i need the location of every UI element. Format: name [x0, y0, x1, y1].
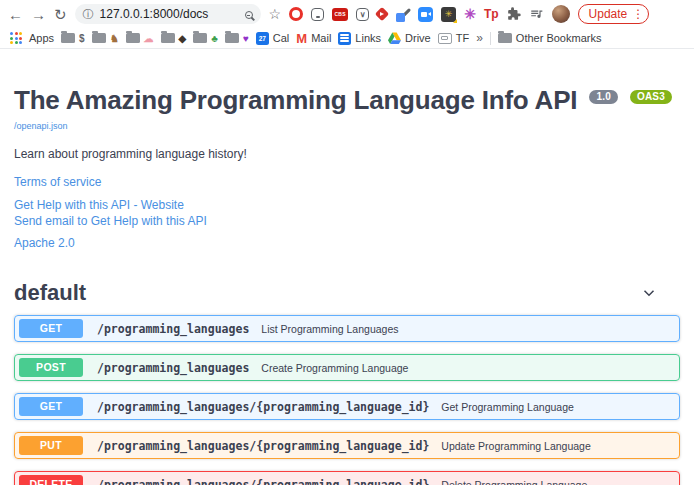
address-bar[interactable]: ⓘ 127.0.0.1:8000/docs: [75, 4, 261, 24]
contact-website-link[interactable]: Get Help with this API - Website: [14, 198, 680, 212]
bookmark-cal-label: Cal: [273, 32, 290, 44]
bookmark-folder-purple-heart[interactable]: ♥: [225, 33, 249, 44]
endpoint-summary: List Programming Languages: [261, 323, 398, 335]
endpoint-summary: Delete Programming Language: [441, 479, 587, 485]
color-picker-extension-icon[interactable]: [395, 7, 410, 22]
pinwheel-extension-icon[interactable]: ✳: [441, 7, 456, 22]
back-icon[interactable]: ←: [8, 7, 23, 22]
url-text[interactable]: 127.0.0.1:8000/docs: [100, 7, 239, 21]
profile-avatar[interactable]: [552, 5, 570, 23]
folder-icon: [126, 33, 140, 43]
section-default-header[interactable]: default: [14, 280, 680, 306]
endpoint-row[interactable]: GET /programming_languages List Programm…: [14, 315, 680, 342]
reload-icon[interactable]: ↻: [54, 7, 67, 22]
license-link[interactable]: Apache 2.0: [14, 236, 680, 250]
bookmark-links-label: Links: [355, 32, 381, 44]
endpoint-list: GET /programming_languages List Programm…: [14, 315, 680, 485]
endpoint-summary: Get Programming Language: [441, 401, 574, 413]
bookmark-drive[interactable]: Drive: [388, 32, 431, 44]
method-badge: GET: [19, 319, 83, 338]
bookmark-mail-label: Mail: [311, 32, 331, 44]
bookmark-star-icon[interactable]: ☆: [269, 7, 282, 21]
api-description: Learn about programming language history…: [14, 147, 680, 161]
chevron-down-icon[interactable]: [640, 284, 658, 302]
diagrams-extension-icon[interactable]: [375, 7, 389, 21]
endpoint-row[interactable]: PUT /programming_languages/{programming_…: [14, 432, 680, 459]
endpoint-row[interactable]: POST /programming_languages Create Progr…: [14, 354, 680, 381]
bookmark-folder-leaf[interactable]: ♣: [193, 33, 218, 44]
swagger-docs-page: The Amazing Programming Language Info AP…: [0, 49, 694, 485]
folder-icon: [161, 33, 175, 43]
apps-grid-icon[interactable]: [10, 32, 22, 44]
folder-emoji: ◆: [179, 33, 187, 44]
folder-emoji: ☁: [144, 33, 154, 44]
endpoint-row[interactable]: DELETE /programming_languages/{programmi…: [14, 471, 680, 485]
folder-emoji: $: [79, 33, 85, 44]
bookmark-drive-label: Drive: [405, 32, 431, 44]
puzzle-extension-icon[interactable]: [507, 7, 521, 21]
browser-window: ← → ↻ ⓘ 127.0.0.1:8000/docs ☆ CBS ∨ ✳ ✳ …: [0, 0, 694, 485]
folder-icon: [225, 33, 239, 43]
links-icon: [338, 32, 351, 45]
bookmark-folder-dollar[interactable]: $: [61, 33, 85, 44]
folder-icon: [498, 33, 512, 43]
section-title: default: [14, 280, 86, 306]
bookmark-folder-brain[interactable]: ☁: [126, 33, 154, 44]
update-button[interactable]: Update ⋮: [578, 4, 650, 24]
method-badge: DELETE: [19, 475, 83, 485]
method-badge: PUT: [19, 436, 83, 455]
api-title-text: The Amazing Programming Language Info AP…: [14, 85, 577, 115]
folder-icon: [61, 33, 75, 43]
browser-toolbar: ← → ↻ ⓘ 127.0.0.1:8000/docs ☆ CBS ∨ ✳ ✳ …: [0, 0, 694, 28]
page-title: The Amazing Programming Language Info AP…: [14, 85, 680, 116]
folder-emoji: ♣: [211, 33, 218, 44]
browser-menu-kebab-icon[interactable]: ⋮: [632, 7, 644, 21]
endpoint-path: /programming_languages/{programming_lang…: [97, 400, 429, 414]
endpoint-path: /programming_languages/{programming_lang…: [97, 478, 429, 485]
bookmark-cal[interactable]: 27 Cal: [256, 32, 290, 45]
contact-email-link[interactable]: Send email to Get Help with this API: [14, 214, 680, 228]
chat-bubble-extension-icon[interactable]: [311, 8, 324, 21]
forward-icon[interactable]: →: [31, 7, 46, 22]
bookmark-mail[interactable]: M Mail: [296, 31, 331, 46]
playlist-extension-icon[interactable]: [529, 7, 544, 21]
method-badge: GET: [19, 397, 83, 416]
folder-emoji: ♥: [243, 33, 249, 44]
folder-emoji: ♞: [110, 33, 119, 44]
bookmark-links[interactable]: Links: [338, 32, 381, 45]
endpoint-summary: Update Programming Language: [441, 440, 590, 452]
update-button-label: Update: [589, 7, 628, 21]
flower-extension-icon[interactable]: ✳: [464, 6, 476, 22]
terms-of-service-link[interactable]: Terms of service: [14, 175, 680, 189]
gmail-icon: M: [296, 31, 307, 46]
zoom-camera-extension-icon[interactable]: [418, 7, 433, 22]
pocket-extension-icon[interactable]: ∨: [356, 8, 369, 21]
bookmark-apps[interactable]: Apps: [29, 32, 54, 44]
endpoint-row[interactable]: GET /programming_languages/{programming_…: [14, 393, 680, 420]
endpoint-summary: Create Programming Language: [261, 362, 408, 374]
drive-icon: [388, 32, 401, 44]
oas3-badge: OAS3: [630, 90, 672, 104]
endpoint-path: /programming_languages/{programming_lang…: [97, 439, 429, 453]
endpoint-path: /programming_languages: [97, 361, 249, 375]
other-bookmarks-label: Other Bookmarks: [516, 32, 602, 44]
bookmark-folder-horse[interactable]: ♞: [92, 33, 119, 44]
endpoint-path: /programming_languages: [97, 322, 249, 336]
openapi-json-link[interactable]: /openapi.json: [14, 121, 680, 131]
red-ring-extension-icon[interactable]: [289, 7, 303, 21]
bookmark-tf[interactable]: TF: [438, 32, 469, 44]
bookmarks-divider: [490, 32, 491, 45]
bookmark-folder-graduation-cap[interactable]: ◆: [161, 33, 187, 44]
tf-favicon: [438, 33, 452, 44]
cbs-extension-icon[interactable]: CBS: [332, 8, 348, 21]
bookmark-tf-label: TF: [456, 32, 469, 44]
bookmarks-bar: Apps $ ♞ ☁ ◆ ♣ ♥ 27 Cal M Mail Links: [0, 28, 694, 49]
zoom-out-icon[interactable]: [245, 5, 253, 23]
tampermonkey-extension-icon[interactable]: Tp: [484, 7, 499, 21]
method-badge: POST: [19, 358, 83, 377]
version-badge: 1.0: [589, 90, 618, 104]
site-info-icon[interactable]: ⓘ: [83, 7, 94, 22]
other-bookmarks[interactable]: Other Bookmarks: [498, 32, 602, 44]
folder-icon: [193, 33, 207, 43]
bookmarks-overflow-chevron[interactable]: »: [476, 31, 483, 45]
